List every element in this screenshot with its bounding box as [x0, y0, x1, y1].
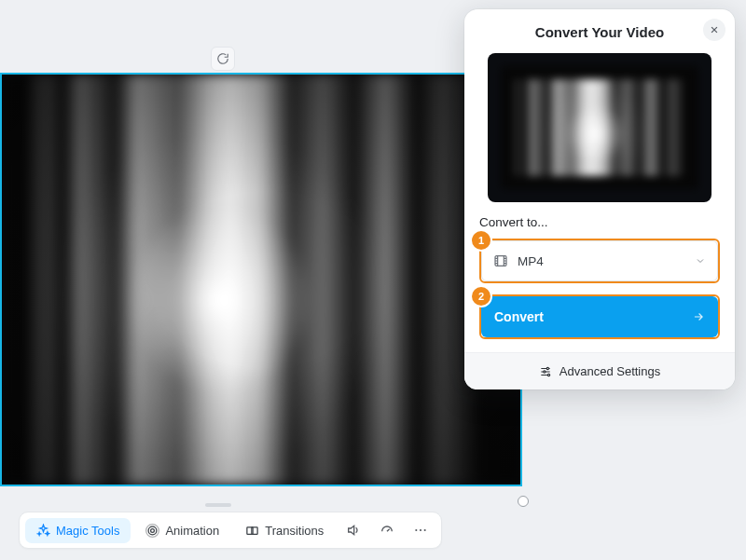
dialog-thumbnail — [488, 53, 711, 202]
svg-point-10 — [543, 370, 545, 372]
format-selected-value: MP4 — [518, 254, 544, 268]
rotate-icon — [216, 52, 229, 65]
svg-point-11 — [547, 374, 549, 376]
dialog-footer: Advanced Settings — [464, 352, 735, 389]
crop-rotate-button[interactable] — [211, 47, 235, 71]
toolbar-animation[interactable]: Animation — [134, 518, 230, 543]
advanced-settings-button[interactable]: Advanced Settings — [539, 364, 660, 378]
toolbar-more[interactable] — [406, 515, 435, 545]
dialog-title: Convert Your Video — [479, 24, 720, 40]
toolbar-magic-tools-label: Magic Tools — [56, 524, 119, 538]
svg-point-6 — [420, 529, 421, 531]
svg-point-9 — [546, 367, 548, 369]
speedometer-icon — [380, 523, 394, 538]
step-1-highlight: 1 MP4 — [479, 239, 720, 283]
toolbar-transitions-label: Transitions — [265, 524, 324, 538]
toolbar-volume[interactable] — [338, 515, 368, 545]
dialog-header: Convert Your Video — [464, 9, 735, 48]
convert-to-label: Convert to... — [479, 215, 720, 229]
video-preview[interactable] — [0, 73, 522, 486]
toolbar-animation-label: Animation — [165, 524, 219, 538]
svg-point-1 — [149, 526, 158, 535]
format-select[interactable]: MP4 — [481, 240, 718, 281]
convert-button[interactable]: Convert — [481, 296, 718, 337]
timeline-scrubber-handle[interactable] — [205, 503, 231, 507]
arrow-right-icon — [692, 310, 705, 323]
advanced-settings-label: Advanced Settings — [560, 364, 660, 378]
dialog-body: Convert to... 1 MP4 2 Convert — [464, 215, 735, 339]
film-icon — [493, 253, 508, 268]
animation-icon — [145, 524, 159, 538]
sliders-icon — [539, 365, 552, 378]
bottom-toolbar: Magic Tools Animation Transitions — [19, 512, 442, 549]
chevron-down-icon — [695, 255, 706, 266]
sparkle-icon — [36, 524, 50, 538]
svg-point-7 — [424, 529, 426, 531]
toolbar-magic-tools[interactable]: Magic Tools — [25, 518, 131, 543]
more-icon — [413, 523, 428, 538]
step-2-highlight: 2 Convert — [479, 294, 720, 339]
toolbar-transitions[interactable]: Transitions — [234, 518, 335, 543]
resize-handle[interactable] — [518, 496, 529, 507]
thumbnail-content — [501, 66, 698, 189]
volume-icon — [346, 523, 361, 538]
dialog-close-button[interactable] — [703, 19, 725, 41]
svg-point-5 — [416, 529, 418, 531]
convert-dialog: Convert Your Video Convert to... 1 MP4 — [464, 9, 735, 389]
dialog-thumbnail-wrap — [464, 48, 735, 215]
close-icon — [710, 25, 719, 34]
video-vignette — [2, 75, 520, 485]
transitions-icon — [245, 524, 259, 538]
toolbar-speed[interactable] — [372, 515, 402, 545]
svg-point-0 — [151, 528, 155, 532]
convert-button-label: Convert — [494, 309, 544, 324]
